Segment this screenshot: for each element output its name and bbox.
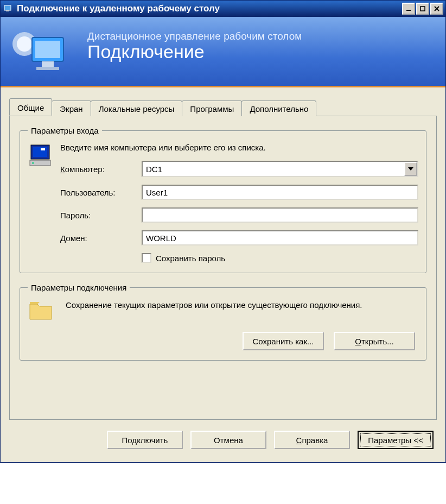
window-buttons bbox=[402, 3, 443, 15]
svg-rect-7 bbox=[35, 41, 60, 58]
minimize-button[interactable] bbox=[402, 3, 415, 15]
banner-icon bbox=[10, 28, 70, 77]
svg-rect-12 bbox=[41, 148, 45, 150]
save-as-button[interactable]: Сохранить как... bbox=[243, 332, 324, 350]
tab-general[interactable]: Общие bbox=[9, 98, 52, 116]
user-input[interactable] bbox=[142, 185, 418, 200]
connect-button[interactable]: Подключить bbox=[107, 431, 183, 449]
login-group: Параметры входа Введите имя компьютера и… bbox=[20, 126, 426, 273]
banner-text: Дистанционное управление рабочим столом … bbox=[87, 30, 302, 62]
client-area: Общие Экран Локальные ресурсы Программы … bbox=[1, 87, 445, 420]
computer-icon bbox=[28, 143, 60, 171]
title-bar: Подключение к удаленному рабочему столу bbox=[1, 1, 445, 17]
maximize-button[interactable] bbox=[416, 3, 429, 15]
tab-programs[interactable]: Программы bbox=[182, 100, 242, 116]
tab-local-resources[interactable]: Локальные ресурсы bbox=[91, 100, 183, 116]
app-icon bbox=[3, 3, 14, 14]
svg-rect-14 bbox=[32, 162, 34, 164]
window-title: Подключение к удаленному рабочему столу bbox=[17, 3, 402, 14]
svg-rect-1 bbox=[6, 10, 9, 11]
tab-advanced[interactable]: Дополнительно bbox=[241, 100, 316, 116]
tab-panel: Параметры входа Введите имя компьютера и… bbox=[9, 116, 437, 420]
bottom-button-bar: Подключить Отмена Справка Параметры << bbox=[1, 420, 445, 462]
tab-screen[interactable]: Экран bbox=[52, 100, 91, 116]
svg-rect-11 bbox=[33, 147, 47, 157]
svg-rect-0 bbox=[4, 5, 11, 10]
banner: Дистанционное управление рабочим столом … bbox=[1, 17, 445, 87]
connection-legend: Параметры подключения bbox=[28, 283, 130, 292]
tab-strip: Общие Экран Локальные ресурсы Программы … bbox=[9, 98, 437, 116]
user-label: Пользователь: bbox=[60, 188, 142, 197]
computer-dropdown-button[interactable] bbox=[404, 162, 417, 176]
domain-label: Домен: bbox=[60, 234, 142, 243]
svg-rect-2 bbox=[406, 10, 411, 11]
computer-input[interactable] bbox=[143, 162, 404, 176]
password-input[interactable] bbox=[142, 207, 418, 223]
save-password-checkbox[interactable] bbox=[142, 253, 151, 263]
folder-icon bbox=[28, 300, 57, 323]
banner-subtitle: Дистанционное управление рабочим столом bbox=[87, 30, 302, 42]
password-label: Пароль: bbox=[60, 211, 142, 220]
domain-input[interactable] bbox=[142, 230, 418, 245]
computer-combo[interactable] bbox=[142, 161, 418, 177]
banner-title: Подключение bbox=[87, 41, 302, 62]
cancel-button[interactable]: Отмена bbox=[190, 431, 266, 449]
svg-rect-9 bbox=[36, 67, 59, 70]
open-button[interactable]: Открыть... bbox=[334, 332, 415, 350]
remote-desktop-window: Подключение к удаленному рабочему столу bbox=[0, 0, 446, 463]
computer-label: Компьютер: bbox=[60, 165, 142, 174]
login-legend: Параметры входа bbox=[28, 126, 102, 135]
svg-point-5 bbox=[17, 36, 32, 52]
connection-description: Сохранение текущих параметров или открыт… bbox=[66, 300, 362, 311]
login-instruction: Введите имя компьютера или выберите его … bbox=[60, 143, 418, 152]
help-button[interactable]: Справка bbox=[274, 431, 350, 449]
connection-group: Параметры подключения Сохранение текущих… bbox=[20, 283, 426, 361]
save-password-label: Сохранить пароль bbox=[156, 254, 225, 263]
options-button[interactable]: Параметры << bbox=[358, 431, 434, 449]
svg-rect-3 bbox=[420, 7, 425, 11]
svg-rect-8 bbox=[42, 61, 54, 67]
close-button[interactable] bbox=[430, 3, 443, 15]
